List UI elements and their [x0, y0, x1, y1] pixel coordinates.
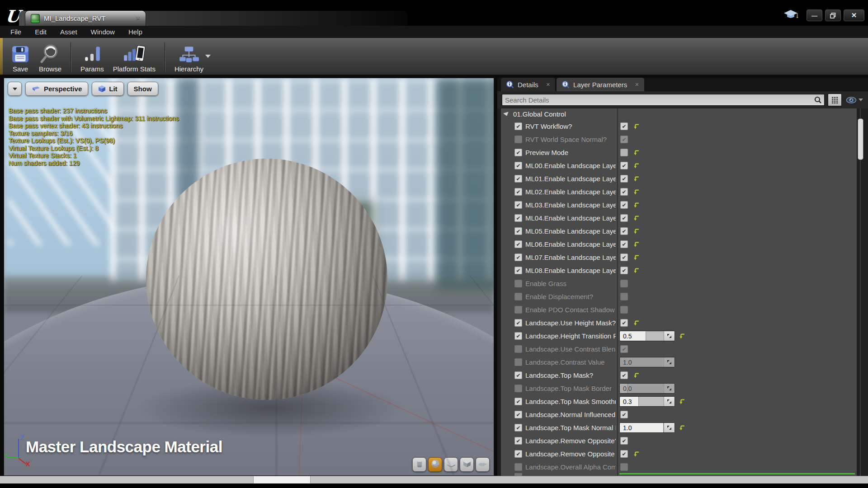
value-checkbox[interactable]: ✔ — [620, 188, 628, 196]
preview-shape-plane-button[interactable] — [444, 457, 458, 472]
tab-close-icon[interactable]: ✕ — [136, 15, 140, 21]
reset-to-default-icon[interactable] — [633, 372, 640, 379]
value-slider[interactable]: 0.3 — [619, 396, 675, 407]
reset-to-default-icon[interactable] — [633, 267, 640, 274]
value-checkbox[interactable]: ✔ — [620, 450, 628, 458]
value-slider[interactable]: 0.5 — [619, 331, 675, 341]
display-mode-button[interactable] — [828, 94, 842, 106]
menu-item-help[interactable]: Help — [122, 28, 149, 36]
override-checkbox[interactable] — [514, 280, 522, 287]
value-checkbox[interactable] — [620, 463, 628, 471]
override-checkbox[interactable]: ✔ — [514, 227, 522, 235]
override-checkbox[interactable]: ✔ — [514, 240, 522, 248]
reset-to-default-icon[interactable] — [633, 228, 640, 235]
value-checkbox[interactable]: ✔ — [620, 162, 628, 169]
override-checkbox[interactable] — [514, 463, 522, 471]
override-checkbox[interactable] — [514, 358, 522, 366]
reset-to-default-icon[interactable] — [633, 254, 640, 261]
preview-viewport[interactable]: Base pass shader: 237 instructionsBase p… — [4, 78, 494, 476]
menu-item-file[interactable]: File — [4, 28, 28, 36]
browse-button[interactable]: Browse — [34, 39, 66, 74]
reset-to-default-icon[interactable] — [679, 333, 685, 339]
value-checkbox[interactable]: ✔ — [620, 345, 628, 353]
value-checkbox[interactable]: ✔ — [620, 411, 628, 418]
drag-spinner-icon[interactable] — [664, 331, 675, 341]
override-checkbox[interactable] — [514, 385, 522, 392]
reset-to-default-icon[interactable] — [679, 398, 685, 405]
tab-layer-parameters[interactable]: Layer Parameters ✕ — [557, 78, 644, 91]
show-button[interactable]: Show — [127, 82, 158, 96]
menu-item-window[interactable]: Window — [84, 28, 122, 36]
restore-button[interactable] — [825, 9, 841, 21]
override-checkbox[interactable]: ✔ — [514, 371, 522, 379]
value-checkbox[interactable]: ✔ — [620, 201, 628, 209]
reset-to-default-icon[interactable] — [633, 450, 640, 457]
platform-stats-button[interactable]: Platform Stats — [108, 39, 160, 74]
preview-shape-teapot-button[interactable] — [476, 457, 490, 472]
reset-to-default-icon[interactable] — [633, 319, 640, 326]
value-checkbox[interactable]: ✔ — [620, 122, 628, 130]
override-checkbox[interactable]: ✔ — [514, 398, 522, 405]
params-button[interactable]: Params — [76, 39, 108, 74]
drag-spinner-icon[interactable] — [664, 423, 675, 432]
graduation-cap-icon[interactable] — [783, 9, 798, 22]
value-checkbox[interactable] — [620, 149, 628, 156]
override-checkbox[interactable] — [514, 136, 522, 143]
override-checkbox[interactable]: ✔ — [514, 214, 522, 222]
value-checkbox[interactable]: ✔ — [620, 319, 628, 327]
value-slider[interactable]: 1.0 — [619, 422, 675, 433]
chevron-down-icon[interactable] — [205, 55, 211, 58]
close-button[interactable]: ✕ — [844, 9, 864, 21]
search-input[interactable] — [505, 96, 814, 104]
preview-shape-cylinder-button[interactable] — [412, 457, 426, 472]
minimize-button[interactable]: — — [807, 9, 822, 21]
reset-to-default-icon[interactable] — [633, 241, 640, 248]
value-slider[interactable]: 1.0 — [619, 357, 675, 367]
tab-close-icon[interactable]: ✕ — [546, 82, 550, 88]
preview-shape-cube-button[interactable] — [460, 457, 474, 472]
tab-details[interactable]: Details ✕ — [501, 78, 555, 91]
value-checkbox[interactable]: ✔ — [620, 437, 628, 445]
override-checkbox[interactable]: ✔ — [514, 122, 522, 130]
lit-button[interactable]: Lit — [92, 82, 123, 96]
value-checkbox[interactable]: ✔ — [620, 371, 628, 379]
reset-to-default-icon[interactable] — [679, 424, 685, 431]
value-checkbox[interactable]: ✔ — [620, 214, 628, 222]
reset-to-default-icon[interactable] — [633, 188, 640, 195]
override-checkbox[interactable]: ✔ — [514, 175, 522, 183]
override-checkbox[interactable]: ✔ — [514, 149, 522, 156]
reset-to-default-icon[interactable] — [633, 215, 640, 221]
value-checkbox[interactable]: ✔ — [620, 253, 628, 261]
override-checkbox[interactable]: ✔ — [514, 267, 522, 274]
override-checkbox[interactable] — [514, 306, 522, 314]
override-checkbox[interactable]: ✔ — [514, 450, 522, 458]
view-options-button[interactable] — [846, 97, 863, 103]
override-checkbox[interactable]: ✔ — [514, 424, 522, 432]
menu-item-edit[interactable]: Edit — [28, 28, 53, 36]
override-checkbox[interactable]: ✔ — [514, 162, 522, 169]
asset-tab[interactable]: MI_Landscape_RVT ✕ — [25, 10, 146, 26]
override-checkbox[interactable] — [514, 345, 522, 353]
value-checkbox[interactable]: ✔ — [620, 227, 628, 235]
override-checkbox[interactable] — [514, 293, 522, 300]
hierarchy-button[interactable]: Hierarchy — [170, 39, 208, 74]
value-checkbox[interactable]: ✔ — [620, 267, 628, 274]
value-checkbox[interactable]: ✔ — [620, 175, 628, 183]
drag-spinner-icon[interactable] — [664, 357, 675, 367]
value-checkbox[interactable]: ✔ — [620, 136, 628, 143]
value-checkbox[interactable] — [620, 280, 628, 287]
category-header[interactable]: 01.Global Control — [501, 108, 857, 120]
horizontal-scrollbar[interactable] — [0, 476, 868, 483]
value-checkbox[interactable]: ✔ — [620, 240, 628, 248]
override-checkbox[interactable]: ✔ — [514, 332, 522, 340]
viewport-options-button[interactable] — [8, 82, 22, 96]
value-checkbox[interactable] — [620, 306, 628, 314]
perspective-button[interactable]: Perspective — [25, 82, 88, 96]
reset-to-default-icon[interactable] — [633, 175, 640, 182]
search-box[interactable] — [502, 94, 825, 106]
reset-to-default-icon[interactable] — [633, 149, 640, 156]
value-slider[interactable]: 0.0 — [619, 383, 675, 394]
panel-scrollbar-thumb[interactable] — [858, 118, 863, 160]
reset-to-default-icon[interactable] — [633, 162, 640, 169]
override-checkbox[interactable]: ✔ — [514, 201, 522, 209]
